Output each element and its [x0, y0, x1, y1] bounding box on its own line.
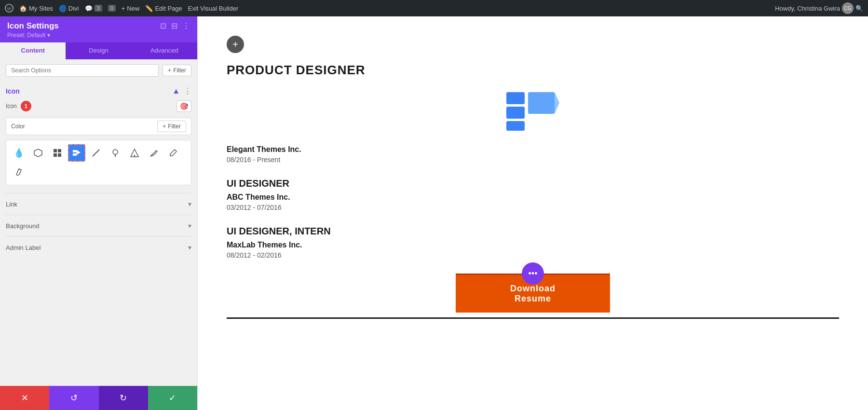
icon-cell-grid[interactable] — [49, 144, 66, 162]
user-greeting[interactable]: Howdy, Christina Gwira CG 🔍 — [775, 2, 863, 14]
avatar: CG — [842, 2, 854, 14]
filter-button[interactable]: + Filter — [163, 65, 191, 76]
svg-marker-19 — [555, 92, 559, 114]
panel-body: Icon ▲ ⋮ Icon 1 🎯 Color — [0, 82, 197, 386]
svg-rect-6 — [58, 153, 61, 157]
new-button[interactable]: + New — [122, 5, 140, 12]
svg-rect-5 — [54, 153, 57, 157]
admin-label-section: Admin Label ▾ — [6, 236, 191, 258]
add-content-button[interactable]: + — [227, 36, 244, 53]
icon-grid: 💧 — [6, 140, 191, 185]
search-row: + Filter — [0, 59, 197, 82]
icon-cell-pen[interactable] — [145, 144, 163, 162]
link-section: Link ▾ — [6, 193, 191, 215]
link-chevron-icon: ▾ — [188, 200, 191, 208]
color-row: Color + Filter — [6, 118, 191, 135]
color-filter-button[interactable]: + Filter — [157, 121, 186, 132]
svg-rect-17 — [506, 121, 525, 131]
confirm-button[interactable]: ✓ — [148, 386, 197, 410]
icon-row: Icon 1 🎯 — [6, 100, 191, 112]
resume-content: + PRODUCT DESIGNER Elegant Themes Inc. — [198, 16, 868, 410]
exit-visual-builder-button[interactable]: Exit Visual Builder — [188, 5, 239, 12]
icon-section-menu[interactable]: ⋮ — [184, 86, 191, 96]
background-chevron-icon: ▾ — [188, 222, 191, 230]
admin-bar: W 🏠 My Sites 🌀 Divi 💬 3 0 + New ✏️ Edit … — [0, 0, 868, 16]
admin-label-chevron-icon: ▾ — [188, 244, 191, 251]
divi-link[interactable]: 🌀 Divi — [59, 5, 79, 12]
search-options-input[interactable] — [6, 64, 159, 77]
download-section: ••• Download Resume — [227, 273, 839, 313]
icon-cell-fill[interactable] — [126, 144, 143, 162]
job-title-3: UI DESIGNER, INTERN — [227, 226, 839, 237]
svg-marker-9 — [77, 150, 81, 155]
icon-cell-pencil[interactable] — [164, 144, 182, 162]
job-entry-1: Elegant Themes Inc. 08/2016 - Present — [227, 145, 839, 164]
color-label: Color — [11, 123, 25, 130]
layout-icon[interactable]: ⊟ — [171, 21, 177, 30]
filter-plus-icon-2: + — [163, 123, 166, 130]
icon-cell-hex[interactable] — [29, 144, 47, 162]
tab-advanced[interactable]: Advanced — [132, 42, 197, 59]
icon-section-title: Icon — [6, 87, 20, 95]
job-entry-3: UI DESIGNER, INTERN MaxLab Themes Inc. 0… — [227, 226, 839, 259]
design-palette-icon — [504, 87, 562, 136]
panel-preset[interactable]: Preset: Default ▾ — [7, 32, 59, 39]
svg-marker-2 — [34, 149, 42, 157]
background-section: Background ▾ — [6, 215, 191, 236]
svg-line-10 — [93, 150, 99, 156]
undo-button[interactable]: ↺ — [49, 386, 98, 410]
svg-rect-15 — [506, 92, 525, 104]
svg-rect-12 — [115, 154, 116, 157]
icon-cell-paint[interactable] — [107, 144, 124, 162]
panel-title: Icon Settings — [7, 21, 59, 31]
svg-rect-7 — [73, 150, 77, 152]
icon-picker-button[interactable]: 🎯 — [176, 100, 191, 112]
cancel-button[interactable]: ✕ — [0, 386, 49, 410]
link-section-header[interactable]: Link ▾ — [6, 200, 191, 208]
notification-count[interactable]: 0 — [108, 5, 116, 12]
icon-cell-brush[interactable] — [10, 164, 27, 181]
svg-rect-4 — [58, 149, 61, 152]
svg-rect-8 — [73, 153, 77, 156]
panel-header: Icon Settings Preset: Default ▾ ⊡ ⊟ ⋮ — [0, 16, 197, 42]
my-sites-link[interactable]: 🏠 My Sites — [19, 5, 53, 12]
icon-picker-icon: 🎯 — [180, 102, 188, 110]
search-icon[interactable]: 🔍 — [855, 5, 863, 12]
job-title-1: PRODUCT DESIGNER — [227, 63, 839, 78]
background-section-header[interactable]: Background ▾ — [6, 222, 191, 230]
icon-section: Icon ▲ ⋮ Icon 1 🎯 Color — [6, 86, 191, 185]
design-icon — [227, 87, 839, 136]
dates-2: 03/2012 - 07/2016 — [227, 204, 839, 211]
svg-point-11 — [113, 150, 118, 154]
tab-content[interactable]: Content — [0, 42, 66, 59]
icon-cell-design[interactable] — [68, 144, 85, 162]
svg-rect-18 — [528, 92, 555, 114]
tab-design[interactable]: Design — [66, 42, 131, 59]
company-1: Elegant Themes Inc. — [227, 145, 839, 154]
edit-page-button[interactable]: ✏️ Edit Page — [145, 5, 182, 12]
black-divider — [227, 317, 839, 319]
menu-icon[interactable]: ⋮ — [182, 21, 190, 30]
admin-label-header[interactable]: Admin Label ▾ — [6, 244, 191, 251]
icon-section-header: Icon ▲ ⋮ — [6, 86, 191, 96]
icon-section-toggle[interactable]: ▲ — [172, 87, 180, 96]
company-3: MaxLab Themes Inc. — [227, 241, 839, 249]
icon-badge: 1 — [21, 101, 31, 111]
product-designer-section: PRODUCT DESIGNER Elegant Themes Inc. 08/… — [227, 63, 839, 164]
background-section-title: Background — [6, 222, 39, 230]
company-2: ABC Themes Inc. — [227, 193, 839, 202]
icon-settings-panel: Icon Settings Preset: Default ▾ ⊡ ⊟ ⋮ Co… — [0, 16, 198, 410]
link-section-title: Link — [6, 201, 17, 208]
icon-cell-slash[interactable] — [87, 144, 105, 162]
wp-logo-icon[interactable]: W — [5, 4, 14, 13]
comment-count[interactable]: 💬 3 — [85, 5, 102, 12]
svg-rect-3 — [54, 149, 57, 152]
dates-1: 08/2016 - Present — [227, 156, 839, 164]
job-title-2: UI DESIGNER — [227, 178, 839, 189]
svg-text:W: W — [7, 6, 12, 11]
redo-button[interactable]: ↻ — [99, 386, 148, 410]
icon-field-label: Icon — [6, 103, 17, 109]
three-dot-button[interactable]: ••• — [522, 262, 544, 285]
icon-cell-water[interactable]: 💧 — [10, 144, 27, 162]
viewport-icon[interactable]: ⊡ — [160, 21, 166, 30]
